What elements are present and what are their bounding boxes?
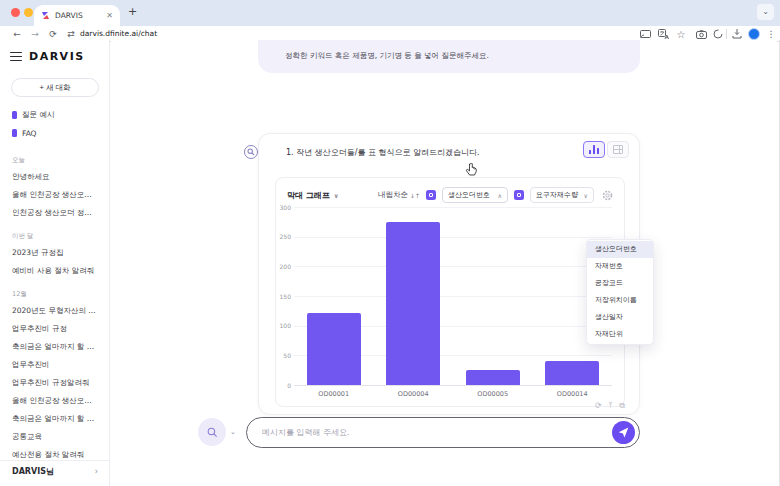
favicon (41, 11, 50, 20)
y-axis-tick: 100 (276, 322, 291, 329)
message-input[interactable] (262, 428, 612, 437)
view-toggle-group (583, 141, 629, 158)
tab-search-chevron-icon[interactable]: ⌄ (757, 4, 774, 20)
bar-OD00004[interactable] (386, 222, 440, 385)
gear-icon[interactable] (602, 190, 613, 201)
dropdown-option[interactable]: 저장위치이름 (587, 292, 653, 309)
answer-card: 1. 작년 생산오더들/를 표 형식으로 알려드리겠습니다. 막대 그래프 ∨ (258, 133, 640, 415)
doc-icon (12, 129, 17, 137)
new-chat-button[interactable]: + 새 대화 (11, 78, 99, 97)
chevron-down-icon[interactable]: ⌄ (230, 428, 236, 436)
search-icon (207, 427, 218, 438)
new-tab-button[interactable]: + (128, 6, 137, 17)
bar-OD00005[interactable] (466, 370, 520, 385)
sidebar-section-title: 이번 달 (0, 228, 110, 244)
card-action-icons: ⟳⤒⧉ (595, 401, 625, 411)
chevron-down-icon: ∨ (334, 192, 339, 199)
table-view-toggle[interactable] (607, 141, 629, 158)
x-axis-label: OD00005 (453, 390, 533, 398)
sort-arrows-icon: ↓↑ (410, 192, 420, 199)
user-name: DARVIS님 (12, 466, 54, 477)
sidebar-history-item[interactable]: 2020년도 무형자산의 장... (0, 302, 110, 320)
chevron-right-icon: › (95, 467, 98, 476)
bar-OD00014[interactable] (545, 361, 599, 385)
answer-intro-text: 1. 작년 생산오더들/를 표 형식으로 알려드리겠습니다. (286, 147, 480, 158)
shortcut-label: 질문 예시 (22, 110, 54, 120)
extension-icon[interactable] (711, 27, 725, 41)
download-icon[interactable] (730, 27, 744, 41)
copy-icon[interactable]: ⧉ (619, 401, 625, 411)
tab-close-icon[interactable]: ✕ (106, 12, 113, 20)
x-axis-label: OD00001 (294, 390, 374, 398)
chat-area: 정확한 키워드 혹은 제품명, 기기명 등 을 넣어 질문해주세요. 작년 인천… (111, 40, 777, 486)
screenshot-icon[interactable] (694, 27, 708, 41)
gridline (294, 207, 612, 208)
gridline (294, 385, 612, 386)
assistant-message-bubble: 정확한 키워드 혹은 제품명, 기기명 등 을 넣어 질문해주세요. (258, 40, 640, 73)
y-axis-tick: 300 (276, 204, 291, 211)
mouse-cursor (465, 163, 478, 178)
sidebar-shortcut-item[interactable]: FAQ (0, 124, 110, 142)
sidebar-history-item[interactable]: 업무추진비 (0, 356, 110, 374)
search-icon (244, 145, 258, 159)
sidebar-history-item[interactable]: 공통교육 (0, 428, 110, 446)
send-button[interactable] (612, 421, 635, 444)
y-field-value: 요구자재수량 (536, 190, 578, 200)
sidebar-shortcut-item[interactable]: 질문 예시 (0, 106, 110, 124)
sidebar-history: 오늘안녕하세요올해 인천공장 생산오더 알...인천공장 생산오더 정보 알..… (0, 146, 110, 464)
dropdown-option[interactable]: 생산오더번호 (587, 241, 653, 258)
sidebar-history-item[interactable]: 2023년 규정집 (0, 244, 110, 262)
sidebar-history-item[interactable]: 축의금은 얼마까지 할 수 ... (0, 410, 110, 428)
doc-icon (12, 111, 17, 119)
browser-tab[interactable]: DARVIS ✕ (34, 5, 120, 26)
y-axis-tick: 250 (276, 233, 291, 240)
gridline (294, 296, 612, 297)
cast-icon[interactable] (638, 27, 652, 41)
close-window-button[interactable] (11, 8, 20, 17)
chevron-down-icon: ∨ (584, 192, 588, 199)
chart-controls: 막대 그래프 ∨ 내림차순 ↓↑ 생산오더번호 ∧ (287, 185, 613, 205)
sidebar-footer[interactable]: DARVIS님 › (0, 460, 110, 482)
sidebar-history-item[interactable]: 축의금은 얼마까지 할 수 ... (0, 338, 110, 356)
sidebar-history-item[interactable]: 안녕하세요 (0, 168, 110, 186)
chevron-up-icon: ∧ (498, 192, 502, 199)
sidebar-history-item[interactable]: 업무추진비 규정알려줘 (0, 374, 110, 392)
sidebar: DARVIS + 새 대화 질문 예시FAQ 오늘안녕하세요올해 인천공장 생산… (0, 40, 110, 486)
search-mode-button[interactable] (198, 418, 226, 446)
dropdown-option[interactable]: 자재번호 (587, 258, 653, 275)
refresh-icon[interactable]: ⟳ (595, 401, 602, 411)
minimize-window-button[interactable] (24, 8, 33, 17)
y-axis-badge-icon (514, 190, 524, 200)
app-logo: DARVIS (29, 50, 85, 63)
shortcut-label: FAQ (22, 129, 37, 138)
dropdown-option[interactable]: 생산일자 (587, 309, 653, 326)
bar-OD00001[interactable] (307, 313, 361, 385)
sidebar-history-item[interactable]: 올해 인천공장 생산오더 정보 (0, 392, 110, 410)
dropdown-option[interactable]: 공장코드 (587, 275, 653, 292)
sidebar-history-item[interactable]: 업무추진비 규정 (0, 320, 110, 338)
browser-menu-icon[interactable]: ⋮ (764, 27, 778, 41)
sidebar-history-item[interactable]: 예비비 사용 절차 알려줘 (0, 262, 110, 280)
sort-order-dropdown[interactable]: 내림차순 ↓↑ (378, 190, 420, 200)
sidebar-history-item[interactable]: 인천공장 생산오더 정보 알... (0, 204, 110, 222)
share-icon[interactable]: ⤒ (609, 401, 613, 411)
x-axis-label: OD00004 (374, 390, 454, 398)
translate-icon[interactable] (656, 27, 670, 41)
dropdown-option[interactable]: 자재단위 (587, 326, 653, 343)
message-input-bar (246, 417, 640, 448)
x-field-select[interactable]: 생산오더번호 ∧ (442, 187, 508, 203)
assistant-message-text: 정확한 키워드 혹은 제품명, 기기명 등 을 넣어 질문해주세요. (285, 51, 489, 61)
sidebar-history-item[interactable]: 올해 인천공장 생산오더 알... (0, 186, 110, 204)
chart-type-label: 막대 그래프 (287, 190, 330, 201)
chart-view-toggle[interactable] (583, 141, 605, 158)
bookmark-star-icon[interactable]: ☆ (674, 27, 688, 41)
hamburger-menu-icon[interactable] (10, 52, 22, 61)
y-axis-tick: 0 (276, 382, 291, 389)
sidebar-section-title: 12월 (0, 286, 110, 302)
y-axis-tick: 200 (276, 263, 291, 270)
y-field-select[interactable]: 요구자재수량 ∨ (530, 187, 594, 203)
y-axis-tick: 150 (276, 293, 291, 300)
chart-type-dropdown[interactable]: 막대 그래프 ∨ (287, 190, 339, 201)
profile-avatar[interactable] (748, 28, 760, 40)
sidebar-shortcuts: 질문 예시FAQ (0, 106, 110, 142)
